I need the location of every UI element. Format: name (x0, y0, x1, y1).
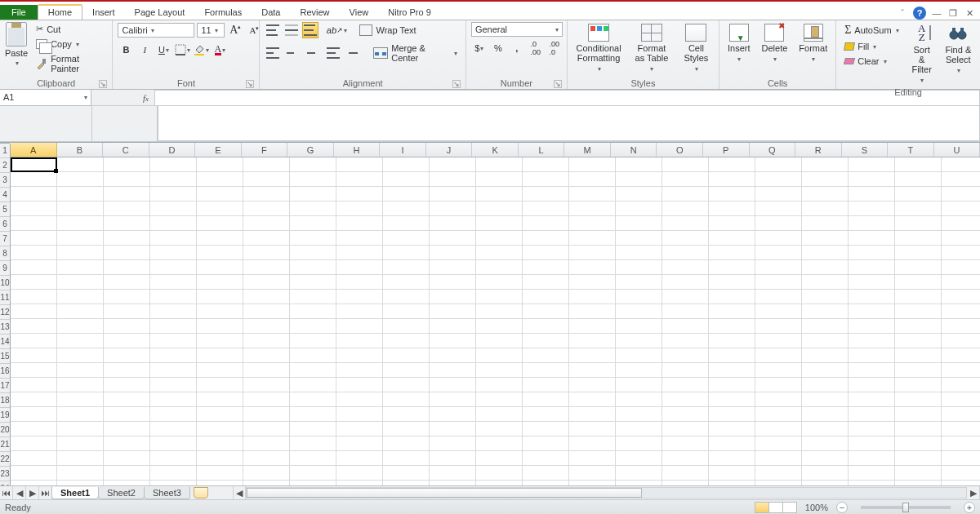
conditional-formatting-button[interactable]: ConditionalFormatting ▾ (572, 22, 625, 76)
row-header-3[interactable]: 3 (0, 173, 10, 188)
row-header-14[interactable]: 14 (0, 335, 10, 349)
row-header-20[interactable]: 20 (0, 423, 10, 437)
format-painter-button[interactable]: Format Painter (33, 52, 107, 75)
view-page-layout-button[interactable] (768, 502, 783, 513)
sheet-nav-last[interactable]: ⏭ (39, 486, 52, 499)
bold-button[interactable]: B (118, 42, 134, 58)
align-center-button[interactable] (283, 45, 298, 61)
row-header-15[interactable]: 15 (0, 349, 10, 364)
column-headers[interactable]: ABCDEFGHIJKLMNOPQRSTU (11, 143, 980, 157)
dialog-launcher-icon[interactable]: ↘ (554, 80, 562, 88)
row-header-6[interactable]: 6 (0, 217, 10, 232)
orientation-button[interactable]: ab↗▾ (328, 22, 345, 38)
name-box[interactable]: A1▾ (0, 90, 91, 106)
minimize-ribbon-icon[interactable]: ˇ (897, 8, 908, 18)
align-top-button[interactable] (265, 22, 281, 38)
zoom-out-button[interactable]: − (836, 502, 848, 513)
column-header-G[interactable]: G (287, 143, 334, 157)
column-header-F[interactable]: F (242, 143, 288, 157)
italic-button[interactable]: I (136, 42, 153, 58)
row-header-12[interactable]: 12 (0, 305, 10, 320)
column-header-T[interactable]: T (888, 143, 934, 157)
tab-nitro[interactable]: Nitro Pro 9 (378, 5, 441, 20)
wrap-text-button[interactable]: Wrap Text (356, 23, 419, 38)
sheet-nav-prev[interactable]: ◀ (13, 486, 26, 499)
align-left-button[interactable] (265, 45, 280, 61)
dialog-launcher-icon[interactable]: ↘ (99, 80, 107, 88)
tab-formulas[interactable]: Formulas (194, 5, 252, 20)
row-header-23[interactable]: 23 (0, 467, 10, 481)
tab-page-layout[interactable]: Page Layout (125, 5, 195, 20)
sheet-nav-next[interactable]: ▶ (26, 486, 39, 499)
percent-button[interactable]: % (490, 40, 506, 56)
zoom-in-button[interactable]: + (964, 502, 975, 513)
scroll-right-icon[interactable]: ▶ (967, 486, 980, 499)
row-header-22[interactable]: 22 (0, 452, 10, 467)
format-cells-button[interactable]: Format▾ (795, 22, 831, 66)
cell-styles-button[interactable]: CellStyles ▾ (679, 22, 714, 76)
increase-indent-button[interactable] (343, 45, 359, 61)
row-header-21[interactable]: 21 (0, 437, 10, 452)
tab-review[interactable]: Review (290, 5, 339, 20)
number-format-select[interactable]: General▾ (471, 22, 563, 37)
formula-bar-expanded-input[interactable] (158, 106, 980, 141)
view-page-break-button[interactable] (782, 502, 797, 513)
copy-button[interactable]: Copy▾ (33, 38, 107, 51)
border-button[interactable]: ▾ (174, 42, 190, 58)
format-as-table-button[interactable]: Formatas Table ▾ (630, 22, 673, 76)
fill-button[interactable]: Fill▾ (841, 40, 902, 53)
row-header-18[interactable]: 18 (0, 393, 10, 408)
window-minimize-icon[interactable]: — (931, 8, 942, 18)
sheet-tab-3[interactable]: Sheet3 (144, 487, 190, 499)
row-header-5[interactable]: 5 (0, 202, 10, 217)
column-header-L[interactable]: L (519, 143, 565, 157)
view-normal-button[interactable] (755, 502, 769, 513)
tab-data[interactable]: Data (252, 5, 290, 20)
increase-decimal-button[interactable]: .0.00 (528, 40, 544, 56)
zoom-value[interactable]: 100% (805, 503, 828, 512)
sort-filter-button[interactable]: AZ Sort &Filter ▾ (907, 22, 937, 87)
tab-insert[interactable]: Insert (82, 5, 125, 20)
column-header-B[interactable]: B (57, 143, 104, 157)
align-bottom-button[interactable] (302, 22, 318, 38)
row-header-8[interactable]: 8 (0, 246, 10, 261)
clear-button[interactable]: Clear▾ (841, 55, 902, 68)
column-header-U[interactable]: U (934, 143, 980, 157)
cell-grid[interactable] (11, 157, 980, 485)
row-headers[interactable]: 123456789101112131415161718192021222324 (0, 144, 11, 485)
sheet-tab-1[interactable]: Sheet1 (51, 487, 99, 499)
row-header-19[interactable]: 19 (0, 408, 10, 423)
column-header-H[interactable]: H (334, 143, 381, 157)
column-header-M[interactable]: M (564, 143, 611, 157)
zoom-slider[interactable] (861, 506, 951, 509)
row-header-11[interactable]: 11 (0, 290, 10, 305)
horizontal-scrollbar[interactable]: ◀ ▶ (233, 486, 980, 499)
find-select-button[interactable]: Find &Select ▾ (942, 22, 975, 78)
row-header-1[interactable]: 1 (0, 144, 10, 158)
window-restore-icon[interactable]: ❐ (947, 8, 959, 19)
row-header-16[interactable]: 16 (0, 364, 10, 379)
row-header-7[interactable]: 7 (0, 232, 10, 246)
column-header-J[interactable]: J (426, 143, 473, 157)
comma-button[interactable]: , (509, 40, 525, 56)
font-color-button[interactable]: A▾ (212, 42, 228, 58)
fill-color-button[interactable]: ▾ (193, 42, 209, 58)
scroll-left-icon[interactable]: ◀ (233, 486, 246, 499)
tab-home[interactable]: Home (38, 4, 82, 20)
column-header-R[interactable]: R (795, 143, 842, 157)
grow-font-button[interactable]: A▴ (227, 22, 243, 38)
scroll-thumb[interactable] (247, 488, 643, 498)
column-header-C[interactable]: C (103, 143, 149, 157)
row-header-17[interactable]: 17 (0, 379, 10, 393)
dialog-launcher-icon[interactable]: ↘ (452, 80, 461, 88)
row-header-10[interactable]: 10 (0, 276, 10, 290)
tab-view[interactable]: View (340, 5, 379, 20)
active-cell[interactable] (11, 157, 57, 172)
dialog-launcher-icon[interactable]: ↘ (246, 80, 254, 88)
column-header-S[interactable]: S (842, 143, 889, 157)
column-header-K[interactable]: K (472, 143, 519, 157)
new-sheet-button[interactable] (194, 487, 208, 498)
window-close-icon[interactable]: ✕ (964, 8, 975, 19)
paste-button[interactable]: Paste ▾ (5, 22, 28, 67)
underline-button[interactable]: U▾ (155, 42, 172, 58)
